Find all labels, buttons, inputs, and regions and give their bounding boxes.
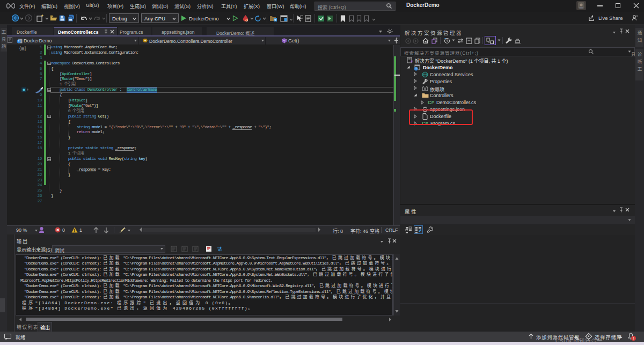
- svg-text:C#: C#: [428, 100, 434, 105]
